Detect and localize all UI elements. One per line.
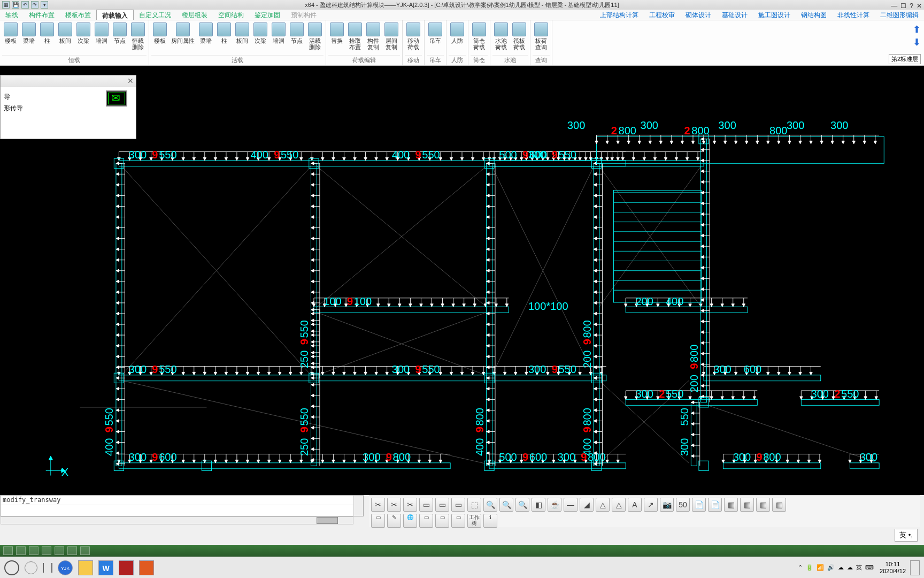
- status-btn[interactable]: [16, 546, 26, 555]
- ribbon-btn-g1-2[interactable]: 柱: [38, 21, 56, 55]
- task-yjk[interactable]: YJK: [58, 560, 73, 575]
- ribbon-btn-g8-0[interactable]: 水池 荷载: [492, 21, 510, 55]
- tool-12[interactable]: —: [564, 498, 578, 512]
- tool-0[interactable]: ✂: [371, 498, 385, 512]
- ribbon-btn-g3-0[interactable]: 替换: [328, 21, 345, 55]
- tray-icon[interactable]: 英: [856, 564, 862, 571]
- ribbon-btn-g9-0[interactable]: 板荷 查询: [533, 21, 550, 55]
- task-wps[interactable]: W: [98, 560, 113, 575]
- tab-precast[interactable]: 预制构件: [286, 10, 322, 20]
- status-btn[interactable]: [3, 546, 13, 555]
- tool-15[interactable]: △: [612, 498, 626, 512]
- tray-icon[interactable]: 🔋: [806, 564, 813, 571]
- task-app2[interactable]: [139, 560, 154, 575]
- panel-close-icon[interactable]: ✕: [127, 77, 134, 85]
- qat-save-icon[interactable]: 💾: [12, 1, 19, 9]
- tool2-4[interactable]: ▭: [435, 514, 449, 528]
- tool-18[interactable]: 📷: [660, 498, 674, 512]
- tool-13[interactable]: ◢: [580, 498, 594, 512]
- ribbon-btn-g2-1[interactable]: 房间属性: [170, 21, 196, 55]
- tool-9[interactable]: 🔍: [515, 498, 529, 512]
- tab-member[interactable]: 构件布置: [24, 10, 60, 20]
- envelope-icon[interactable]: [106, 90, 127, 107]
- tray-icon[interactable]: ☁: [847, 564, 853, 571]
- floor-down-icon[interactable]: ⬇: [913, 36, 921, 48]
- task-app1[interactable]: [119, 560, 134, 575]
- tool2-6[interactable]: 工作 树: [467, 514, 481, 528]
- close-icon[interactable]: ✕: [917, 1, 922, 11]
- drawing-canvas[interactable]: X300955010091003009550300960050096002004…: [0, 66, 924, 495]
- cmd-hscroll[interactable]: [1, 516, 353, 524]
- tool2-0[interactable]: ▭: [371, 514, 385, 528]
- tool-19[interactable]: 50: [676, 498, 690, 512]
- ribbon-btn-g6-0[interactable]: 人防: [449, 21, 466, 55]
- tray-icon[interactable]: 📶: [817, 564, 824, 571]
- ribbon-btn-g2-3[interactable]: 柱: [215, 21, 233, 55]
- rtab-nonlinear[interactable]: 非线性计算: [832, 10, 875, 20]
- tool2-3[interactable]: ▭: [419, 514, 433, 528]
- tool2-7[interactable]: ℹ: [483, 514, 497, 528]
- floor-up-icon[interactable]: ⬆: [913, 24, 921, 35]
- ribbon-btn-g1-5[interactable]: 墙洞: [93, 21, 110, 55]
- tab-retrofit[interactable]: 鉴定加固: [249, 10, 286, 20]
- ribbon-btn-g1-4[interactable]: 次梁: [75, 21, 92, 55]
- panel-header[interactable]: ✕: [1, 75, 136, 87]
- rtab-review[interactable]: 工程校审: [644, 10, 680, 20]
- status-btn[interactable]: [80, 546, 90, 555]
- taskview-icon[interactable]: [43, 563, 52, 573]
- ribbon-btn-g1-0[interactable]: 楼板: [2, 21, 19, 55]
- tool-17[interactable]: ↗: [644, 498, 658, 512]
- ribbon-btn-g5-0[interactable]: 吊车: [427, 21, 444, 55]
- ribbon-btn-g2-4[interactable]: 板间: [234, 21, 251, 55]
- rtab-masonry[interactable]: 砌体设计: [680, 10, 717, 20]
- status-btn[interactable]: [42, 546, 51, 555]
- qat-new-icon[interactable]: ▦: [2, 1, 10, 9]
- status-btn[interactable]: [29, 546, 38, 555]
- tray-icon[interactable]: ⌨: [865, 564, 874, 571]
- ribbon-btn-g1-7[interactable]: 恒载 删除: [129, 21, 147, 55]
- status-btn[interactable]: [55, 546, 64, 555]
- tool-14[interactable]: △: [596, 498, 610, 512]
- ribbon-btn-g2-5[interactable]: 次梁: [252, 21, 269, 55]
- ribbon-btn-g8-1[interactable]: 筏板 荷载: [511, 21, 528, 55]
- task-explorer[interactable]: [78, 560, 93, 575]
- tool2-2[interactable]: 🌐: [403, 514, 417, 528]
- search-icon[interactable]: [25, 561, 37, 574]
- tool-16[interactable]: A: [628, 498, 642, 512]
- rtab-foundation[interactable]: 基础设计: [717, 10, 753, 20]
- tool-5[interactable]: ▭: [451, 498, 465, 512]
- command-input[interactable]: [1, 506, 343, 516]
- tray-icon[interactable]: ⌃: [798, 564, 803, 571]
- ime-indicator[interactable]: 英 •,: [895, 529, 918, 542]
- floor-indicator[interactable]: 第2标准层: [889, 54, 921, 64]
- start-button[interactable]: [4, 560, 19, 575]
- qat-settings-icon[interactable]: ▾: [41, 1, 48, 9]
- tab-axis[interactable]: 轴线: [0, 10, 24, 20]
- ribbon-btn-g1-6[interactable]: 节点: [111, 21, 128, 55]
- tool-8[interactable]: 🔍: [499, 498, 513, 512]
- ribbon-btn-g2-6[interactable]: 墙洞: [270, 21, 287, 55]
- tool-21[interactable]: 📄: [708, 498, 722, 512]
- notifications-icon[interactable]: [910, 560, 920, 575]
- tab-floor-asm[interactable]: 楼层组装: [176, 10, 213, 20]
- maximize-icon[interactable]: ☐: [900, 1, 906, 11]
- rtab-2d-edit[interactable]: 二维图形编辑: [875, 10, 924, 20]
- tray-icon[interactable]: ☁: [838, 564, 844, 571]
- ribbon-btn-g1-3[interactable]: 板间: [57, 21, 74, 55]
- rtab-steel[interactable]: 钢结构图: [796, 10, 832, 20]
- tool-25[interactable]: ▦: [772, 498, 786, 512]
- help-icon[interactable]: ?: [910, 1, 913, 11]
- rtab-drawing[interactable]: 施工图设计: [753, 10, 796, 20]
- tool2-1[interactable]: ✎: [387, 514, 401, 528]
- minimize-icon[interactable]: —: [891, 1, 897, 11]
- ribbon-btn-g2-8[interactable]: 活载 删除: [306, 21, 324, 55]
- rtab-upper-calc[interactable]: 上部结构计算: [595, 10, 644, 20]
- tool-20[interactable]: 📄: [692, 498, 706, 512]
- tab-slab[interactable]: 楼板布置: [60, 10, 96, 20]
- tool-22[interactable]: ▦: [724, 498, 738, 512]
- ribbon-btn-g1-1[interactable]: 梁墙: [20, 21, 37, 55]
- tool-7[interactable]: 🔍: [483, 498, 497, 512]
- tool-4[interactable]: ▭: [435, 498, 449, 512]
- qat-redo-icon[interactable]: ↷: [31, 1, 38, 9]
- tool-10[interactable]: ◧: [532, 498, 545, 512]
